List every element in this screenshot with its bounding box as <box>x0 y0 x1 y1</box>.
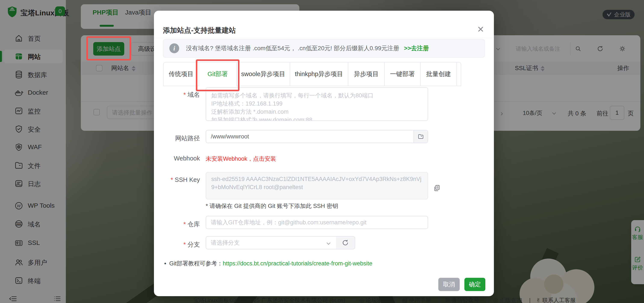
tab-swoole-async[interactable]: swoole异步项目 <box>237 62 290 86</box>
ssh-key-label: *SSH Key <box>154 176 200 183</box>
add-site-modal: 添加站点-支持批量建站 × i 没有域名? 堡塔域名注册 .com低至54元， … <box>154 11 494 296</box>
branch-select[interactable]: 请选择分支 <box>206 236 336 249</box>
annotation-box-git-deploy-tab <box>196 59 240 91</box>
register-domain-link[interactable]: >>去注册 <box>404 44 429 52</box>
copy-icon <box>433 184 440 192</box>
promo-text: 没有域名? 堡塔域名注册 .com低至54元， .cn低至20元! 部分后缀新人… <box>186 44 399 52</box>
annotation-box-add-site-button <box>86 36 131 60</box>
cancel-button[interactable]: 取消 <box>438 278 460 291</box>
browse-folder-button[interactable] <box>414 130 428 143</box>
site-path-label: 网站路径 <box>154 134 200 143</box>
tab-traditional-project[interactable]: 传统项目 <box>164 62 199 86</box>
confirm-button[interactable]: 确定 <box>464 278 485 291</box>
domain-promo-banner: i 没有域名? 堡塔域名注册 .com低至54元， .cn低至20元! 部分后缀… <box>163 39 485 58</box>
chevron-down-icon <box>326 241 330 245</box>
ssh-key-value: ssh-ed25519 AAAAC3NzaC1lZDI1NTE5AAAAIAcJ… <box>206 172 428 199</box>
screen: 宝塔Linux面板 0 首页 网站 数据库 Docker <box>0 0 644 303</box>
branch-label: *分支 <box>154 240 200 249</box>
copy-ssh-key-button[interactable] <box>432 183 442 193</box>
folder-icon <box>418 133 424 140</box>
ssh-key-hint: * 请确保在 Git 提供商的 Git 账号下添加此 SSH 密钥 <box>206 202 338 210</box>
webhook-install-link[interactable]: 未安装Webhook，点击安装 <box>206 155 276 163</box>
domain-textarea[interactable] <box>206 87 428 121</box>
webhook-label: Webhook <box>154 155 200 162</box>
refresh-icon <box>342 239 349 246</box>
tab-thinkphp-async[interactable]: thinkphp异步项目 <box>290 62 348 86</box>
site-path-input[interactable] <box>206 130 414 143</box>
repo-input[interactable] <box>206 216 428 229</box>
tutorial-link[interactable]: https://docs.bt.cn/practical-tutorials/c… <box>223 260 372 267</box>
tab-async-project[interactable]: 异步项目 <box>348 62 385 86</box>
tab-one-click-deploy[interactable]: 一键部署 <box>385 62 420 86</box>
tutorial-note: •Git部署教程可参考：https://docs.bt.cn/practical… <box>164 260 372 267</box>
site-path-group <box>206 130 428 143</box>
info-icon: i <box>169 43 179 53</box>
repo-group <box>206 216 428 229</box>
domain-label: *域名 <box>154 91 200 99</box>
repo-label: *仓库 <box>154 220 200 229</box>
close-icon[interactable]: × <box>475 23 487 35</box>
refresh-branches-button[interactable] <box>336 236 355 249</box>
tab-batch-create[interactable]: 批量创建 <box>420 62 457 86</box>
modal-title: 添加站点-支持批量建站 <box>163 26 236 35</box>
